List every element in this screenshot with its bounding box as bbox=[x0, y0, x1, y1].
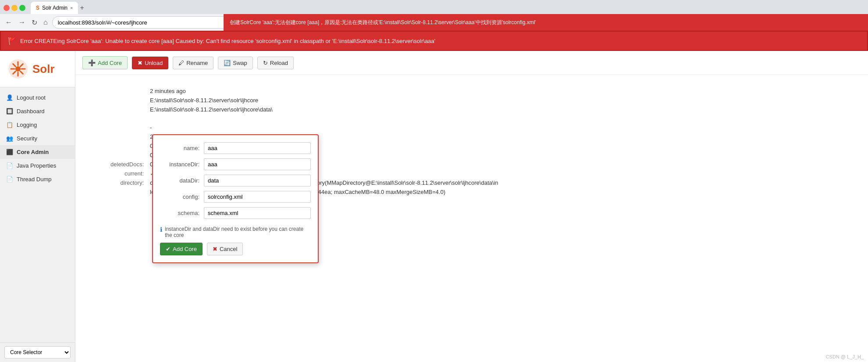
dash-value: - bbox=[150, 124, 152, 131]
time-value: 2 minutes ago bbox=[150, 88, 186, 94]
error-banner-text: Error CREATEing SolrCore 'aaa': Unable t… bbox=[20, 38, 435, 44]
path2-value: E:\install\Solr\solr-8.11.2\server\solr\… bbox=[150, 106, 273, 113]
browser-error-text: 创建SolrCore 'aaa':无法创建core [aaa]，原因是:无法在类… bbox=[230, 19, 536, 26]
info-icon: ℹ bbox=[160, 226, 162, 233]
detail-row-time: 2 minutes ago bbox=[89, 86, 855, 96]
unload-icon: ✖ bbox=[138, 60, 142, 66]
add-core-confirm-label: Add Core bbox=[173, 246, 197, 252]
sidebar-item-security[interactable]: 👥 Security bbox=[0, 132, 75, 145]
toolbar: ➕ Add Core ✖ Unload 🖊 Rename 🔄 Swap ↻ bbox=[75, 51, 868, 75]
rename-button[interactable]: 🖊 Rename bbox=[173, 57, 213, 69]
add-core-plus-icon: ➕ bbox=[88, 59, 96, 66]
logo-area: Solr bbox=[0, 51, 75, 87]
tab-close-btn[interactable]: × bbox=[70, 5, 73, 11]
cancel-label: Cancel bbox=[220, 246, 237, 252]
sidebar-item-logging[interactable]: 📋 Logging bbox=[0, 118, 75, 132]
form-row-data-dir: dataDir: bbox=[160, 175, 311, 186]
sidebar-item-dashboard[interactable]: 🔲 Dashboard bbox=[0, 104, 75, 118]
new-tab-button[interactable]: + bbox=[80, 4, 84, 12]
popup-actions: ✔ Add Core ✖ Cancel bbox=[160, 243, 311, 255]
active-tab[interactable]: S Solr Admin × bbox=[31, 2, 78, 14]
swap-button[interactable]: 🔄 Swap bbox=[218, 57, 253, 69]
sidebar-item-security-label: Security bbox=[17, 135, 37, 142]
swap-icon: 🔄 bbox=[224, 60, 231, 66]
security-icon: 👥 bbox=[6, 135, 13, 142]
config-input[interactable] bbox=[204, 191, 311, 203]
schema-input[interactable] bbox=[204, 207, 311, 219]
sidebar-item-java-properties[interactable]: 📄 Java Properties bbox=[0, 159, 75, 172]
solr-logo-icon bbox=[7, 58, 29, 80]
directory-label: directory: bbox=[89, 179, 150, 186]
sidebar-item-core-admin-label: Core Admin bbox=[17, 149, 49, 155]
name-label: name: bbox=[160, 145, 204, 151]
instance-dir-label: instanceDir: bbox=[160, 161, 204, 168]
form-row-instance-dir: instanceDir: bbox=[160, 158, 311, 170]
dashboard-icon: 🔲 bbox=[6, 108, 13, 115]
add-core-confirm-check-icon: ✔ bbox=[166, 246, 171, 252]
sidebar-item-thread-dump[interactable]: 📄 Thread Dump bbox=[0, 172, 75, 186]
detail-row-path2: E:\install\Solr\solr-8.11.2\server\solr\… bbox=[89, 105, 855, 114]
cancel-x-icon: ✖ bbox=[213, 246, 217, 252]
unload-label: Unload bbox=[145, 60, 163, 66]
config-label: config: bbox=[160, 194, 204, 200]
sidebar-item-java-properties-label: Java Properties bbox=[17, 162, 56, 169]
core-admin-icon: ⬛ bbox=[6, 149, 13, 155]
form-row-schema: schema: bbox=[160, 207, 311, 219]
watermark: CSDN @ L_J_H_ bbox=[826, 354, 864, 359]
nav-back-button[interactable]: ← bbox=[4, 17, 14, 28]
java-properties-icon: 📄 bbox=[6, 162, 13, 169]
add-core-button[interactable]: ➕ Add Core bbox=[82, 56, 128, 69]
detail-row-path1: E:\install\Solr\solr-8.11.2\server\solr\… bbox=[89, 96, 855, 105]
path1-value: E:\install\Solr\solr-8.11.2\server\solr\… bbox=[150, 97, 258, 104]
nav-home-button[interactable]: ⌂ bbox=[42, 17, 50, 28]
reload-button[interactable]: ↻ Reload bbox=[257, 57, 294, 69]
logging-icon: 📋 bbox=[6, 122, 13, 128]
data-dir-input[interactable] bbox=[204, 175, 311, 186]
sidebar-item-logout[interactable]: 👤 Logout root bbox=[0, 91, 75, 104]
sidebar-item-core-admin[interactable]: ⬛ Core Admin bbox=[0, 145, 75, 159]
rename-label: Rename bbox=[186, 60, 208, 66]
sidebar-nav: 👤 Logout root 🔲 Dashboard 📋 Logging 👥 Se… bbox=[0, 87, 75, 342]
core-selector[interactable]: Core Selector bbox=[4, 346, 71, 358]
cancel-button[interactable]: ✖ Cancel bbox=[207, 243, 243, 255]
instance-dir-input[interactable] bbox=[204, 158, 311, 170]
browser-maximize-btn bbox=[19, 5, 25, 11]
schema-label: schema: bbox=[160, 210, 204, 216]
browser-back-btn bbox=[4, 5, 10, 11]
nav-forward-button[interactable]: → bbox=[17, 17, 27, 28]
logout-icon: 👤 bbox=[6, 94, 13, 101]
detail-row-dash: - bbox=[89, 123, 855, 132]
reload-icon: ↻ bbox=[263, 60, 268, 66]
info-note: ℹ instanceDir and dataDir need to exist … bbox=[160, 223, 311, 243]
app-error-banner: 🚩 Error CREATEing SolrCore 'aaa': Unable… bbox=[0, 31, 868, 51]
add-core-label: Add Core bbox=[98, 60, 122, 66]
sidebar-item-thread-dump-label: Thread Dump bbox=[17, 176, 51, 183]
deleted-docs-label: deletedDocs: bbox=[89, 161, 150, 168]
nav-refresh-button[interactable]: ↻ bbox=[30, 17, 39, 29]
sidebar: Solr 👤 Logout root 🔲 Dashboard 📋 Logging… bbox=[0, 51, 75, 362]
tab-favicon: S bbox=[36, 5, 39, 11]
reload-label: Reload bbox=[270, 60, 288, 66]
sidebar-item-logging-label: Logging bbox=[17, 122, 37, 128]
info-text: instanceDir and dataDir need to exist be… bbox=[165, 226, 311, 238]
swap-label: Swap bbox=[233, 60, 247, 66]
sidebar-item-dashboard-label: Dashboard bbox=[17, 108, 45, 115]
name-input[interactable] bbox=[204, 142, 311, 154]
main-content: ➕ Add Core ✖ Unload 🖊 Rename 🔄 Swap ↻ bbox=[75, 51, 868, 362]
add-core-confirm-button[interactable]: ✔ Add Core bbox=[160, 243, 203, 255]
svg-point-9 bbox=[15, 66, 21, 72]
data-dir-label: dataDir: bbox=[160, 177, 204, 184]
browser-minimize-btn bbox=[11, 5, 18, 11]
rename-icon: 🖊 bbox=[178, 60, 184, 66]
add-core-popup: name: instanceDir: dataDir: config: sche… bbox=[152, 134, 319, 263]
browser-error-notification: 创建SolrCore 'aaa':无法创建core [aaa]，原因是:无法在类… bbox=[224, 14, 868, 31]
error-banner-icon: 🚩 bbox=[8, 37, 17, 45]
solr-logo-text: Solr bbox=[32, 62, 55, 76]
form-row-config: config: bbox=[160, 191, 311, 203]
sidebar-item-logout-label: Logout root bbox=[17, 94, 46, 101]
tab-title: Solr Admin bbox=[42, 5, 68, 11]
form-row-name: name: bbox=[160, 142, 311, 154]
current-label: current: bbox=[89, 170, 150, 177]
thread-dump-icon: 📄 bbox=[6, 176, 13, 183]
unload-button[interactable]: ✖ Unload bbox=[132, 57, 168, 69]
